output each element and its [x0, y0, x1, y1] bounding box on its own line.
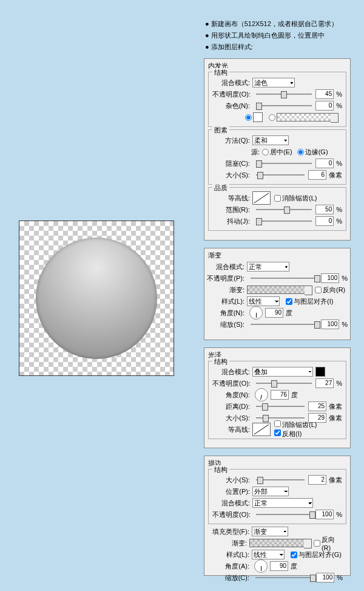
jitter-slider[interactable]: [256, 220, 312, 222]
scale-slider[interactable]: [255, 577, 312, 578]
opacity-slider[interactable]: [256, 514, 312, 515]
noise-value[interactable]: 0: [315, 101, 334, 111]
fieldset-structure: 结构 大小(S):2像素 位置(P):外部 混合模式:正常 不透明度(O):10…: [208, 469, 346, 524]
noise-slider[interactable]: [256, 105, 312, 106]
opacity-label: 不透明度(O):: [212, 510, 250, 519]
contour-picker[interactable]: [252, 191, 271, 205]
legend: 结构: [212, 465, 229, 474]
invert-label: 反相(I): [282, 430, 302, 437]
size-slider[interactable]: [256, 174, 305, 176]
blend-mode-select[interactable]: 正常: [247, 262, 289, 272]
gradient-picker[interactable]: [247, 285, 305, 294]
px: 像素: [329, 402, 342, 411]
scale-slider[interactable]: [251, 324, 317, 325]
angle-value[interactable]: 90: [270, 561, 288, 571]
fieldset-fill: 填充类型(F):渐变 渐变:反向(R) 样式(L):线性与图层对齐(G) 角度(…: [208, 527, 346, 587]
blend-label: 混合模式:: [212, 367, 250, 377]
legend: 结构: [212, 68, 229, 77]
reverse-checkbox[interactable]: [315, 287, 322, 293]
distance-value[interactable]: 25: [308, 401, 326, 411]
position-label: 位置(P):: [212, 487, 250, 496]
pct: %: [336, 206, 342, 213]
deg: 度: [286, 309, 292, 318]
color-swatch[interactable]: [315, 367, 325, 377]
angle-dial[interactable]: [254, 559, 268, 573]
antialias-checkbox[interactable]: [274, 420, 281, 427]
source-edge-label: 边缘(G): [305, 148, 328, 157]
align-label: 与图层对齐(I): [294, 297, 333, 306]
scale-label: 缩放(S):: [207, 320, 244, 329]
blend-mode-select[interactable]: 叠加: [252, 367, 313, 377]
jitter-label: 抖动(J):: [212, 217, 250, 226]
invert-checkbox[interactable]: [274, 429, 281, 436]
range-value[interactable]: 50: [315, 205, 334, 214]
fieldset-structure: 结构 混合模式:滤色 不透明度(O):45% 杂色(N):0%: [208, 72, 346, 127]
source-label: 源:: [212, 148, 260, 157]
instructions: ● 新建画布（512X512，或者根据自己需求） ● 用形状工具绘制纯白色圆形，…: [205, 19, 338, 54]
opacity-value[interactable]: 100: [321, 273, 339, 283]
style-select[interactable]: 线性: [252, 550, 285, 559]
scale-label: 缩放(C):: [212, 573, 249, 582]
source-center-label: 居中(E): [270, 148, 292, 157]
filltype-select[interactable]: 渐变: [252, 527, 288, 536]
pct: %: [336, 511, 342, 518]
angle-dial[interactable]: [249, 306, 263, 319]
blend-mode-select[interactable]: 滤色: [252, 78, 295, 87]
px: 像素: [329, 476, 342, 485]
gradient-picker[interactable]: [249, 539, 304, 547]
opacity-slider[interactable]: [256, 94, 312, 95]
antialias-checkbox[interactable]: [274, 195, 281, 202]
method-label: 方法(Q):: [212, 136, 250, 145]
gradient-swatch[interactable]: [277, 113, 331, 121]
size-value[interactable]: 2: [308, 475, 326, 485]
fieldset-structure: 结构 混合模式:叠加 不透明度(O):27% 角度(N):76度 距离(D):2…: [208, 361, 346, 439]
choke-slider[interactable]: [256, 163, 312, 164]
align-checkbox[interactable]: [291, 552, 297, 558]
distance-slider[interactable]: [256, 406, 305, 407]
legend: 结构: [212, 357, 229, 366]
opacity-slider[interactable]: [251, 278, 317, 279]
px: 像素: [329, 171, 342, 180]
size-slider[interactable]: [256, 417, 305, 418]
angle-value[interactable]: 90: [265, 308, 283, 318]
contour-picker[interactable]: [252, 423, 271, 436]
opacity-value[interactable]: 45: [315, 89, 334, 99]
panel-stroke: 描边 结构 大小(S):2像素 位置(P):外部 混合模式:正常 不透明度(O)…: [204, 456, 351, 576]
opacity-value[interactable]: 100: [315, 510, 334, 519]
size-slider[interactable]: [256, 479, 305, 480]
opacity-value[interactable]: 27: [315, 378, 334, 388]
range-slider[interactable]: [256, 209, 312, 210]
scale-value[interactable]: 100: [316, 573, 334, 582]
size-label: 大小(S):: [212, 414, 250, 423]
position-select[interactable]: 外部: [252, 487, 289, 496]
reverse-checkbox[interactable]: [314, 540, 320, 547]
gradient-label: 渐变:: [212, 539, 247, 548]
angle-dial[interactable]: [255, 388, 268, 401]
bullet-3: ● 添加图层样式:: [205, 43, 338, 52]
choke-value[interactable]: 0: [315, 159, 334, 168]
pct: %: [342, 275, 348, 282]
angle-value[interactable]: 76: [271, 390, 289, 400]
deg: 度: [291, 391, 298, 400]
color-radio[interactable]: [245, 114, 252, 121]
blend-mode-select[interactable]: 正常: [252, 498, 313, 508]
opacity-slider[interactable]: [256, 383, 312, 384]
px: 像素: [329, 414, 342, 423]
scale-value[interactable]: 100: [321, 319, 339, 329]
source-center-radio[interactable]: [262, 149, 269, 155]
style-select[interactable]: 线性: [247, 296, 280, 306]
legend: 图素: [212, 126, 229, 135]
pct: %: [336, 91, 342, 98]
color-swatch[interactable]: [253, 112, 263, 122]
source-edge-radio[interactable]: [297, 149, 304, 155]
preview-canvas: [19, 220, 174, 376]
size-value[interactable]: 6: [308, 170, 326, 180]
gradient-radio[interactable]: [269, 114, 275, 121]
align-checkbox[interactable]: [286, 298, 292, 305]
distance-label: 距离(D):: [212, 402, 250, 411]
antialias-label: 消除锯齿(L): [282, 421, 317, 428]
jitter-value[interactable]: 0: [315, 216, 334, 226]
pct: %: [336, 380, 342, 387]
panel-satin: 光泽 结构 混合模式:叠加 不透明度(O):27% 角度(N):76度 距离(D…: [204, 347, 351, 448]
method-select[interactable]: 柔和: [252, 135, 289, 145]
